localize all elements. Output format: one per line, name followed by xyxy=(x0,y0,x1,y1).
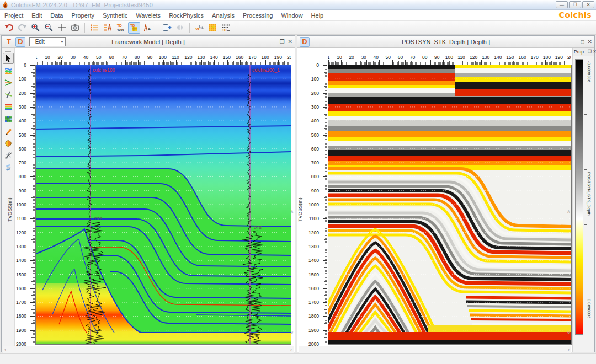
colorbar-close-icon[interactable]: ✕ xyxy=(593,47,596,56)
edit-mode-select[interactable]: --Edit--▼ xyxy=(29,37,66,46)
well-list-icon xyxy=(90,23,99,32)
log-label-dts-2: DTS xyxy=(254,226,262,229)
crosshair-button[interactable] xyxy=(56,22,68,34)
framework-model-view[interactable]: colchis100 DTS colchis100_1 DTS xyxy=(35,65,291,345)
left-y-ruler xyxy=(28,65,35,344)
fault-off-icon xyxy=(4,151,13,160)
close-panel-icon[interactable]: ✕ xyxy=(288,38,292,46)
undo-icon xyxy=(4,23,14,32)
fault-toggle-tool-button[interactable] xyxy=(3,150,14,161)
property-grid-button[interactable] xyxy=(206,22,219,34)
property-grid-icon xyxy=(208,23,217,32)
link-views-button[interactable] xyxy=(174,22,186,34)
menu-edit[interactable]: Edit xyxy=(31,12,42,19)
property-grid-small-icon xyxy=(4,115,13,124)
menu-property[interactable]: Property xyxy=(71,12,94,19)
menu-data[interactable]: Data xyxy=(50,12,63,19)
td-4200-button[interactable]: TD~4200 xyxy=(115,22,127,34)
app-flame-icon xyxy=(2,1,8,8)
postsyn-stk-window: D POSTSYN_STK_Depth [ Depth ] □ ✕ TVDSS(… xyxy=(297,35,595,352)
seismic-image xyxy=(328,65,571,344)
framework-model-header[interactable]: T D --Edit--▼ Framework Model [ Depth ] … xyxy=(2,36,295,48)
snapshot-button[interactable] xyxy=(69,22,81,34)
horizon-edit-tool-button[interactable] xyxy=(3,65,14,76)
td-log-button[interactable]: A xyxy=(141,22,153,34)
left-hscrollbar[interactable]: ‹ › xyxy=(3,346,294,353)
split-add-icon xyxy=(162,23,172,32)
menu-rockphysics[interactable]: RockPhysics xyxy=(169,12,204,19)
amplitude-colorbar xyxy=(575,59,583,335)
colorbar-float-icon[interactable]: ❐ xyxy=(588,47,592,56)
pencil-edit-tool-button[interactable] xyxy=(3,126,14,137)
left-y-tick-labels: 0100200300400500600700800900100011001200… xyxy=(15,65,27,344)
svg-text:~: ~ xyxy=(122,24,124,28)
select-tool-button[interactable] xyxy=(3,53,14,64)
well-list-button[interactable] xyxy=(88,22,100,34)
svg-text:TD: TD xyxy=(117,24,122,28)
velocity-model-image: colchis100 DTS colchis100_1 DTS xyxy=(36,65,291,344)
td-grid-icon: TD xyxy=(130,23,139,32)
minimize-button[interactable]: — xyxy=(556,1,568,8)
scroll-up-arrow-right-panel[interactable]: ∧ xyxy=(567,209,570,214)
svg-text:A: A xyxy=(148,26,151,31)
pencil-icon xyxy=(4,127,13,136)
layer-cake-tool-button[interactable] xyxy=(3,162,14,173)
multi-1d-button[interactable]: 1D xyxy=(220,22,232,34)
colorbar-property-label: POSTSYN_STK_Depth xyxy=(587,172,592,216)
menu-project[interactable]: Project xyxy=(4,12,23,19)
zoom-out-button[interactable] xyxy=(42,22,55,34)
right-hscrollbar[interactable]: › xyxy=(299,346,571,353)
redo-icon xyxy=(18,23,27,32)
vp-tools-button[interactable]: VP xyxy=(193,22,205,34)
colorbar-panel-header[interactable]: Prop... ❐ ✕ xyxy=(573,48,594,56)
split-add-button[interactable] xyxy=(161,22,173,34)
postsyn-stk-view[interactable] xyxy=(328,65,572,345)
left-x-ruler: 1102030405060708090100110120130140150160… xyxy=(36,55,291,65)
log-label-dts-1: DTS xyxy=(94,217,102,221)
svg-text:1D: 1D xyxy=(222,28,227,32)
well-tops-icon xyxy=(103,23,112,32)
scroll-down-arrow-right-panel[interactable]: ∨ xyxy=(567,330,570,335)
td-4200-icon: TD~4200 xyxy=(116,23,126,32)
seismic-top-stripes xyxy=(328,65,571,170)
layer-stack-tool-button[interactable] xyxy=(3,101,14,113)
fill-region-tool-button[interactable] xyxy=(3,138,14,149)
zoom-in-button[interactable] xyxy=(29,22,41,34)
redo-button[interactable] xyxy=(16,22,28,34)
scroll-down-arrow-left-panel[interactable]: ∨ xyxy=(290,330,294,335)
menu-help[interactable]: Help xyxy=(311,12,324,19)
menu-wavelets[interactable]: Wavelets xyxy=(136,12,161,19)
td-grid-button[interactable]: TD xyxy=(128,22,140,34)
postsyn-stk-header[interactable]: D POSTSYN_STK_Depth [ Depth ] □ ✕ xyxy=(297,36,594,48)
close-panel-icon-right[interactable]: ✕ xyxy=(588,38,592,46)
fault-edit-tool-button[interactable] xyxy=(3,89,14,100)
menu-synthetic[interactable]: Synthetic xyxy=(103,12,127,19)
tab-d-left[interactable]: D xyxy=(15,37,25,47)
brand-logo: Colchis xyxy=(558,10,592,19)
close-button[interactable]: ✕ xyxy=(582,1,594,8)
float-panel-icon[interactable]: ❐ xyxy=(280,38,285,46)
horizon-layers-icon xyxy=(4,66,13,75)
colorbar-panel-title: Prop... xyxy=(574,49,588,55)
menu-analysis[interactable]: Analysis xyxy=(212,12,235,19)
restore-button[interactable]: ❐ xyxy=(569,1,581,8)
left-y-axis-name: TVDSS(m) xyxy=(7,197,13,222)
toolbar-drag-handle[interactable] xyxy=(4,49,12,52)
svg-text:4200: 4200 xyxy=(117,28,124,31)
svg-text:TD: TD xyxy=(130,24,135,28)
menu-window[interactable]: Window xyxy=(281,12,302,19)
statusbar xyxy=(0,353,596,364)
postsyn-stk-title: POSTSYN_STK_Depth [ Depth ] xyxy=(297,39,594,45)
scroll-up-arrow-left-panel[interactable]: ∧ xyxy=(290,209,294,214)
tab-t[interactable]: T xyxy=(4,37,14,47)
maximize-panel-icon[interactable]: □ xyxy=(581,38,584,46)
main-toolbar: TD~4200 TD A VP 1D xyxy=(0,21,596,35)
tab-d-right[interactable]: D xyxy=(300,37,310,47)
pinchout-tool-button[interactable] xyxy=(3,77,14,88)
undo-button[interactable] xyxy=(3,22,15,34)
grid-property-tool-button[interactable] xyxy=(3,114,14,125)
well-tops-button[interactable] xyxy=(102,22,114,34)
menu-processing[interactable]: Processing xyxy=(243,12,273,19)
right-y-ruler xyxy=(320,65,327,344)
property-colorbar-panel: Prop... ❐ ✕ -0.0898336 POSTSYN_STK_Depth… xyxy=(572,48,594,352)
